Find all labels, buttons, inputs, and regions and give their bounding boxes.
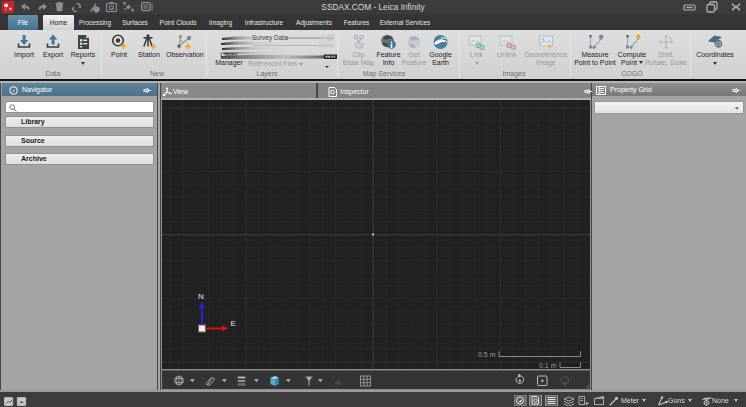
svg-text:N: N: [198, 292, 204, 301]
svg-text:0.1 m: 0.1 m: [539, 362, 557, 369]
svg-text:E: E: [231, 319, 236, 328]
svg-text:0.5 m: 0.5 m: [478, 351, 496, 358]
